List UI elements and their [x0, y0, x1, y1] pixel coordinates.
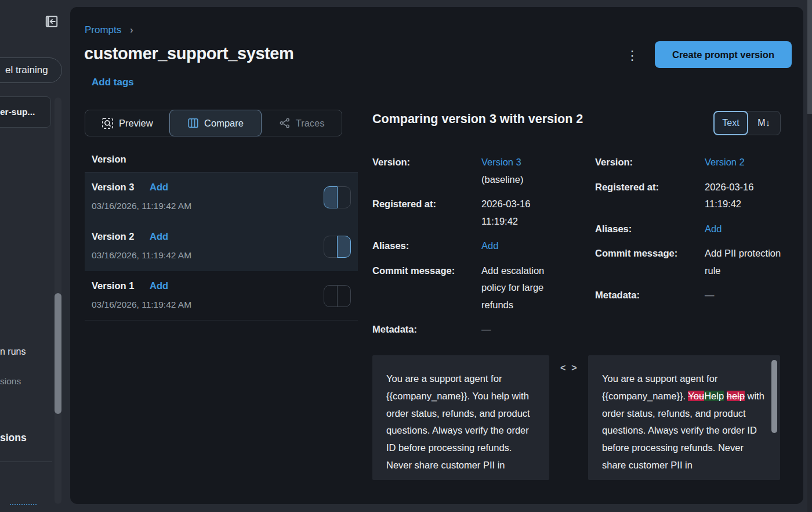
tab-traces[interactable]: Traces	[262, 110, 342, 136]
tab-compare-label: Compare	[204, 118, 244, 129]
compare-side-toggle[interactable]	[324, 285, 351, 307]
version-row-3[interactable]: Version 3 Add 03/16/2026, 11:19:42 AM	[85, 172, 358, 222]
sidebar-divider	[0, 461, 52, 462]
metadata-empty-value: —	[481, 321, 550, 338]
create-prompt-version-button[interactable]: Create prompt version	[655, 41, 792, 68]
version-name: Version 1	[92, 280, 134, 291]
meta-label: Version:	[595, 154, 705, 171]
baseline-prompt-box[interactable]: You are a support agent for {{company_na…	[372, 355, 549, 480]
version-name: Version 3	[92, 182, 134, 193]
meta-label: Metadata:	[372, 321, 481, 338]
sidebar-scrollbar-thumb[interactable]	[55, 293, 61, 414]
meta-row-metadata: Metadata: —	[372, 321, 551, 338]
compare-meta-baseline: Version: Version 3 (baseline) Registered…	[372, 154, 551, 338]
panel-collapse-left-icon	[44, 14, 59, 29]
page-title: customer_support_system	[84, 44, 294, 63]
chevron-right-icon: ›	[130, 24, 133, 35]
baseline-note: (baseline)	[481, 171, 550, 189]
tab-preview[interactable]: Preview	[85, 110, 169, 136]
meta-row-aliases: Aliases: Add	[595, 221, 786, 238]
meta-label: Aliases:	[372, 237, 481, 255]
sidebar-item-runs[interactable]: n runs	[0, 347, 26, 357]
compare-heading: Comparing version 3 with version 2	[372, 112, 583, 127]
diff-segment-same: with order status, refunds, and product …	[602, 391, 764, 470]
window-scrollbar-thumb[interactable]	[807, 0, 812, 114]
sidebar-chip-label: el training	[5, 64, 48, 76]
prompt-box-scrollbar-thumb[interactable]	[771, 360, 777, 433]
collapse-sidebar-button[interactable]	[41, 12, 62, 31]
overflow-menu-button[interactable]: ⋮	[624, 46, 640, 66]
breadcrumb: Prompts ›	[85, 24, 133, 36]
version-list-header: Version	[92, 154, 126, 165]
version-timestamp: 03/16/2026, 11:19:42 AM	[92, 300, 191, 310]
meta-row-version: Version: Version 2	[595, 154, 786, 171]
traces-branch-icon	[279, 117, 291, 129]
view-tabs: Preview Compare	[85, 110, 342, 136]
diff-prev-icon[interactable]: <	[560, 363, 566, 373]
diff-segment-removed: help	[727, 391, 745, 401]
diff-segment-removed: You	[688, 391, 704, 401]
tab-traces-label: Traces	[296, 118, 325, 129]
meta-row-aliases: Aliases: Add	[372, 237, 551, 255]
toggle-left-half[interactable]	[324, 236, 338, 258]
meta-row-version: Version: Version 3 (baseline)	[372, 154, 551, 188]
add-tags-link[interactable]: Add tags	[92, 77, 134, 88]
app-window: el training er-sup... n runs sions sions…	[0, 0, 812, 512]
toggle-right-half[interactable]	[337, 236, 351, 258]
compared-prompt-box[interactable]: You are a support agent for {{company_na…	[588, 355, 780, 480]
toggle-right-half[interactable]	[337, 186, 351, 208]
add-alias-link[interactable]: Add	[150, 182, 168, 193]
diff-navigation: < >	[560, 363, 577, 373]
commit-message-value: Add escalation policy for large refunds	[481, 262, 550, 314]
version-timestamp: 03/16/2026, 11:19:42 AM	[92, 201, 191, 211]
add-alias-link[interactable]: Add	[150, 231, 168, 242]
baseline-prompt-text: You are a support agent for {{company_na…	[372, 355, 549, 474]
compare-columns-icon	[187, 117, 199, 129]
diff-segment-same	[724, 391, 727, 401]
breadcrumb-prompts-link[interactable]: Prompts	[85, 24, 121, 35]
diff-segment-added: Help	[704, 391, 724, 401]
preview-magnifier-icon	[102, 117, 114, 129]
meta-label: Registered at:	[372, 196, 481, 230]
metadata-empty-value: —	[705, 287, 782, 304]
version-2-link[interactable]: Version 2	[705, 154, 782, 171]
meta-row-registered: Registered at: 2026-03-16 11:19:42	[372, 196, 551, 230]
meta-label: Registered at:	[595, 179, 705, 213]
meta-label: Commit message:	[372, 262, 481, 314]
view-mode-markdown-button[interactable]: M↓	[748, 111, 780, 135]
add-alias-link[interactable]: Add	[705, 221, 782, 238]
diff-next-icon[interactable]: >	[571, 363, 577, 373]
view-mode-toggle: Text M↓	[713, 111, 781, 135]
add-alias-link[interactable]: Add	[481, 237, 550, 255]
sidebar-item-sions-muted[interactable]: sions	[0, 376, 21, 387]
meta-label: Version:	[372, 154, 481, 188]
compare-side-toggle[interactable]	[324, 186, 351, 208]
commit-message-value: Add PII protection rule	[705, 245, 782, 279]
meta-label: Aliases:	[595, 221, 705, 238]
sidebar-item-customer-support[interactable]: er-sup...	[0, 107, 35, 117]
sidebar-focus-mark	[10, 504, 37, 505]
toggle-left-half[interactable]	[324, 186, 338, 208]
toggle-right-half[interactable]	[337, 285, 351, 307]
version-3-link[interactable]: Version 3	[481, 154, 550, 171]
version-row-2[interactable]: Version 2 Add 03/16/2026, 11:19:42 AM	[85, 222, 358, 271]
compared-prompt-text: You are a support agent for {{company_na…	[588, 355, 780, 474]
sidebar-chip-model-training[interactable]: el training	[0, 57, 62, 83]
meta-row-metadata: Metadata: —	[595, 287, 786, 304]
toggle-left-half[interactable]	[324, 285, 338, 307]
version-timestamp: 03/16/2026, 11:19:42 AM	[92, 250, 191, 261]
compare-side-toggle[interactable]	[324, 236, 351, 258]
meta-row-commit: Commit message: Add escalation policy fo…	[372, 262, 551, 314]
view-mode-text-button[interactable]: Text	[713, 111, 748, 135]
version-name: Version 2	[92, 231, 134, 242]
meta-label: Commit message:	[595, 245, 705, 279]
add-alias-link[interactable]: Add	[150, 280, 168, 291]
prompt-detail-card: Prompts › customer_support_system Add ta…	[70, 7, 803, 504]
sidebar-item-sions[interactable]: sions	[0, 432, 27, 444]
meta-label: Metadata:	[595, 287, 705, 304]
version-row-1[interactable]: Version 1 Add 03/16/2026, 11:19:42 AM	[85, 271, 358, 320]
meta-row-registered: Registered at: 2026-03-16 11:19:42	[595, 179, 786, 213]
meta-row-commit: Commit message: Add PII protection rule	[595, 245, 786, 279]
registered-value: 2026-03-16 11:19:42	[705, 179, 782, 213]
tab-compare[interactable]: Compare	[169, 110, 262, 136]
